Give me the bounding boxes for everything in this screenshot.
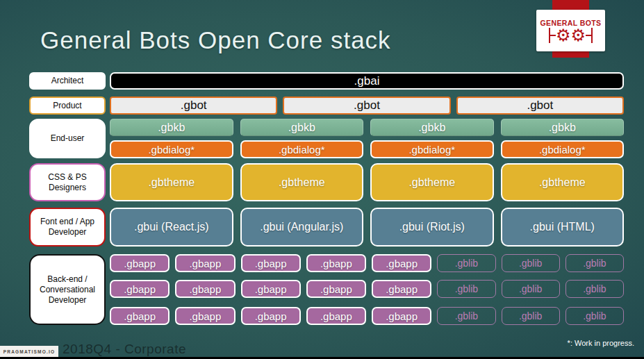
- gbui-html-box: .gbui (HTML): [501, 208, 625, 247]
- gbdialog-box: .gbdialog*: [110, 140, 233, 158]
- gbtheme-box: .gbtheme: [501, 163, 625, 201]
- slide-footer-label: 2018Q4 - Corporate: [63, 342, 186, 357]
- gblib-box: .gblib: [502, 254, 560, 272]
- slide-canvas: General Bots Open Core stack GENERAL BOT…: [0, 0, 644, 359]
- gbdialog-box: .gbdialog*: [240, 140, 364, 158]
- gbapp-box: .gbapp: [175, 254, 235, 272]
- row-gbapp-3: .gbapp .gbapp .gbapp .gbapp .gbapp .gbli…: [110, 307, 624, 325]
- gbdialog-box: .gbdialog*: [501, 140, 625, 158]
- gbot-box: .gbot: [110, 97, 277, 115]
- gbtheme-box: .gbtheme: [240, 163, 364, 201]
- row-gbai: .gbai: [110, 72, 624, 90]
- gbkb-box: .gbkb: [110, 119, 233, 136]
- gbui-angular-box: .gbui (Angular.js): [240, 208, 364, 247]
- role-label-css-ps-designers: CSS & PS Designers: [29, 163, 106, 201]
- gbkb-box: .gbkb: [370, 119, 494, 136]
- role-label-back-end-conversational-developer: Back-end / Conversational Developer: [29, 254, 106, 325]
- gbapp-box: .gbapp: [175, 280, 235, 298]
- gbui-react-box: .gbui (React.js): [110, 208, 233, 247]
- logo-bar-right: [591, 28, 593, 43]
- logo-line-left: [550, 35, 556, 36]
- row-gbdialog: .gbdialog* .gbdialog* .gbdialog* .gbdial…: [110, 140, 624, 158]
- gbtheme-box: .gbtheme: [110, 163, 233, 201]
- gbui-riot-box: .gbui (Riot.js): [370, 208, 494, 247]
- page-title: General Bots Open Core stack: [40, 26, 391, 54]
- gbkb-box: .gbkb: [501, 119, 625, 136]
- row-gbtheme: .gbtheme .gbtheme .gbtheme .gbtheme: [110, 163, 624, 201]
- role-label-product: Product: [29, 97, 106, 115]
- pragmatismo-brand-chip: PRAGMATISMO.IO: [0, 346, 58, 357]
- gblib-box: .gblib: [502, 307, 560, 325]
- role-label-front-end-app-developer: Font end / App Developer: [29, 208, 106, 247]
- row-gbui: .gbui (React.js) .gbui (Angular.js) .gbu…: [110, 208, 624, 247]
- gear-icon: ⚙: [556, 28, 571, 43]
- gbot-box: .gbot: [456, 97, 624, 115]
- gblib-box: .gblib: [565, 307, 624, 325]
- gbapp-box: .gbapp: [306, 307, 366, 325]
- gbapp-box: .gbapp: [372, 307, 431, 325]
- general-bots-logo: GENERAL BOTS ⚙ ⚙: [536, 10, 605, 51]
- row-gbapp-2: .gbapp .gbapp .gbapp .gbapp .gbapp .gbli…: [110, 280, 624, 298]
- logo-line-right: [586, 35, 591, 36]
- gblib-box: .gblib: [437, 307, 495, 325]
- row-gbapp-1: .gbapp .gbapp .gbapp .gbapp .gbapp .gbli…: [110, 254, 624, 272]
- gbapp-box: .gbapp: [306, 280, 366, 298]
- double-gear-icon: ⚙ ⚙: [549, 28, 593, 43]
- gbapp-box: .gbapp: [175, 307, 235, 325]
- gbdialog-box: .gbdialog*: [370, 140, 494, 158]
- gbapp-box: .gbapp: [110, 280, 170, 298]
- role-label-architect: Architect: [29, 72, 106, 90]
- gbapp-box: .gbapp: [110, 254, 170, 272]
- gblib-box: .gblib: [565, 280, 624, 298]
- role-label-end-user: End-user: [29, 119, 106, 158]
- stack-diagram: .gbai .gbot .gbot .gbot .gbkb .gbkb .gbk…: [110, 72, 624, 325]
- pragmatismo-brand-label: PRAGMATISMO.IO: [3, 349, 55, 354]
- gbkb-box: .gbkb: [240, 119, 364, 136]
- gbtheme-box: .gbtheme: [370, 163, 494, 201]
- row-gbkb: .gbkb .gbkb .gbkb .gbkb: [110, 119, 624, 136]
- gbapp-box: .gbapp: [306, 254, 366, 272]
- gbot-box: .gbot: [283, 97, 450, 115]
- work-in-progress-note: *: Work in progress.: [568, 339, 634, 347]
- row-gbot: .gbot .gbot .gbot: [110, 97, 624, 115]
- gbapp-box: .gbapp: [110, 307, 170, 325]
- gbapp-box: .gbapp: [241, 307, 301, 325]
- gblib-box: .gblib: [502, 280, 560, 298]
- gblib-box: .gblib: [565, 254, 624, 272]
- gbapp-box: .gbapp: [372, 254, 431, 272]
- gbapp-box: .gbapp: [241, 280, 301, 298]
- gbai-box: .gbai: [110, 72, 624, 90]
- gear-icon: ⚙: [571, 28, 586, 43]
- gblib-box: .gblib: [437, 254, 495, 272]
- gblib-box: .gblib: [437, 280, 495, 298]
- gbapp-box: .gbapp: [241, 254, 301, 272]
- gbapp-box: .gbapp: [372, 280, 431, 298]
